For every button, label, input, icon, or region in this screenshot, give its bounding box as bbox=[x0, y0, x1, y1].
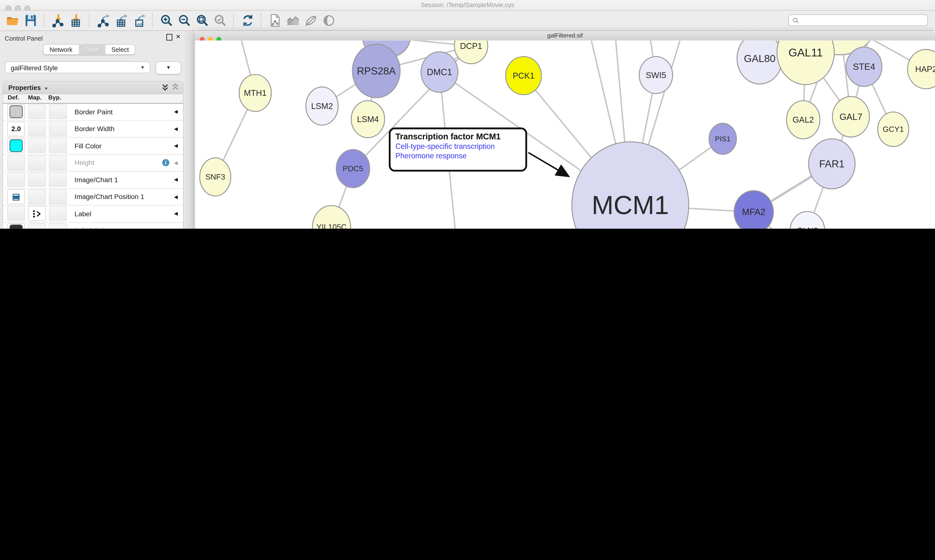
property-row-height[interactable]: Heighti◀ bbox=[3, 155, 183, 172]
property-row-label[interactable]: Label◀ bbox=[3, 206, 183, 223]
panel-splitter[interactable] bbox=[185, 31, 195, 229]
property-cell[interactable] bbox=[28, 189, 46, 204]
property-row-image-chart-1[interactable]: Image/Chart 1◀ bbox=[3, 171, 183, 189]
tab-select[interactable]: Select bbox=[105, 45, 135, 54]
zoom-in-icon[interactable] bbox=[157, 12, 175, 29]
node-RPS28A[interactable]: RPS28A bbox=[352, 44, 400, 98]
node-GAL11[interactable]: GAL11 bbox=[777, 41, 834, 85]
property-cell[interactable]: 2.0 bbox=[7, 122, 25, 136]
expand-row-icon[interactable]: ◀ bbox=[174, 160, 178, 165]
property-row-image-chart-position-1[interactable]: Image/Chart Position 1◀ bbox=[3, 189, 183, 206]
node-HAP2[interactable]: HAP2 bbox=[907, 49, 935, 89]
export-file-icon[interactable] bbox=[266, 12, 284, 29]
zoom-fit-icon[interactable] bbox=[193, 12, 211, 29]
network-window-titlebar[interactable]: galFiltered.sif bbox=[195, 31, 935, 41]
node-MTH1[interactable]: MTH1 bbox=[239, 74, 271, 111]
expand-row-icon[interactable]: ◀ bbox=[174, 211, 178, 217]
property-cell[interactable] bbox=[49, 206, 67, 221]
network-canvas[interactable]: DCP1RPS28ADMC1PCK1GAL80GAL11STE4HAP2SWI5… bbox=[195, 41, 935, 229]
node-LSM4[interactable]: LSM4 bbox=[351, 101, 384, 138]
property-row-fill-color[interactable]: Fill Color◀ bbox=[3, 138, 183, 155]
node-MFA2[interactable]: MFA2 bbox=[734, 191, 774, 229]
property-cell[interactable] bbox=[28, 138, 46, 153]
property-row-label-color[interactable]: Label Color◀ bbox=[3, 223, 183, 229]
property-cell[interactable] bbox=[28, 122, 46, 136]
node-SWI5[interactable]: SWI5 bbox=[639, 57, 673, 94]
import-network-icon[interactable] bbox=[49, 12, 67, 29]
show-details-icon[interactable] bbox=[320, 12, 338, 29]
property-cell[interactable] bbox=[49, 105, 67, 119]
node-CLN3[interactable]: CLN3 bbox=[790, 211, 825, 229]
property-row-border-width[interactable]: 2.0Border Width◀ bbox=[3, 121, 183, 138]
property-cell[interactable] bbox=[7, 155, 25, 170]
hide-details-icon[interactable] bbox=[302, 12, 319, 29]
close-panel-icon[interactable]: ✕ bbox=[176, 33, 181, 40]
node-GCY1[interactable]: GCY1 bbox=[878, 112, 909, 146]
export-table-icon[interactable] bbox=[112, 12, 130, 29]
expand-row-icon[interactable]: ◀ bbox=[174, 194, 178, 200]
expand-row-icon[interactable]: ◀ bbox=[174, 143, 178, 148]
property-cell[interactable] bbox=[49, 138, 67, 153]
properties-header[interactable]: Properties ▾ bbox=[3, 82, 183, 94]
expand-row-icon[interactable]: ◀ bbox=[174, 177, 178, 182]
toolbar-separator bbox=[89, 13, 90, 28]
property-cell[interactable] bbox=[7, 105, 25, 119]
node-FAR1[interactable]: FAR1 bbox=[808, 139, 855, 189]
tab-style[interactable]: Style bbox=[79, 45, 106, 54]
minimize-window-icon[interactable] bbox=[15, 5, 21, 11]
collapse-all-icon[interactable] bbox=[172, 82, 179, 96]
node-SNF3[interactable]: SNF3 bbox=[200, 158, 231, 196]
search-input[interactable] bbox=[788, 14, 928, 26]
float-panel-icon[interactable] bbox=[166, 34, 172, 41]
property-cell[interactable] bbox=[28, 223, 46, 229]
expand-row-icon[interactable]: ◀ bbox=[174, 228, 178, 229]
tab-network[interactable]: Network bbox=[43, 45, 79, 54]
node-PIS1[interactable]: PIS1 bbox=[709, 123, 736, 154]
style-options-button[interactable]: ▼ bbox=[156, 61, 181, 74]
open-folder-icon[interactable] bbox=[4, 12, 22, 29]
property-cell[interactable] bbox=[49, 223, 67, 229]
node-PDC5[interactable]: PDC5 bbox=[336, 149, 370, 188]
info-icon[interactable]: i bbox=[162, 159, 169, 166]
annotation-link[interactable]: Pheromone response bbox=[395, 152, 521, 160]
expand-all-icon[interactable] bbox=[162, 82, 169, 96]
current-style-select[interactable]: galFiltered Style▼ bbox=[5, 61, 150, 73]
node-PCK1[interactable]: PCK1 bbox=[506, 57, 542, 95]
property-cell[interactable] bbox=[7, 223, 25, 229]
node-YIL105C[interactable]: YIL105C bbox=[312, 206, 350, 229]
zoom-window-icon[interactable] bbox=[24, 5, 30, 11]
property-cell[interactable] bbox=[28, 155, 46, 170]
expand-row-icon[interactable]: ◀ bbox=[174, 109, 178, 115]
node-DMC1[interactable]: DMC1 bbox=[421, 52, 458, 92]
node-DCP1[interactable]: DCP1 bbox=[454, 41, 488, 64]
property-cell[interactable] bbox=[7, 206, 25, 221]
property-cell[interactable] bbox=[49, 155, 67, 170]
import-table-icon[interactable] bbox=[67, 12, 85, 29]
annotation-link[interactable]: Cell-type-specific transcription bbox=[395, 142, 521, 151]
expand-row-icon[interactable]: ◀ bbox=[174, 126, 178, 132]
node-GAL80[interactable]: GAL80 bbox=[737, 41, 782, 84]
property-cell[interactable] bbox=[28, 206, 46, 221]
export-image-icon[interactable] bbox=[130, 12, 148, 29]
property-cell[interactable] bbox=[49, 122, 67, 136]
close-window-icon[interactable] bbox=[5, 5, 11, 11]
save-icon[interactable] bbox=[22, 12, 39, 29]
export-network-icon[interactable] bbox=[94, 12, 112, 29]
property-cell[interactable] bbox=[49, 172, 67, 187]
refresh-icon[interactable] bbox=[239, 12, 256, 29]
node-STE4[interactable]: STE4 bbox=[846, 47, 882, 86]
node-LSM2[interactable]: LSM2 bbox=[306, 87, 338, 125]
zoom-selected-icon[interactable] bbox=[211, 12, 229, 29]
node-GAL7[interactable]: GAL7 bbox=[833, 97, 870, 137]
zoom-out-icon[interactable] bbox=[175, 12, 193, 29]
property-cell[interactable] bbox=[49, 189, 67, 204]
node-GAL2[interactable]: GAL2 bbox=[787, 101, 820, 139]
property-cell[interactable] bbox=[28, 172, 46, 187]
property-cell[interactable] bbox=[7, 138, 25, 153]
mcm1-annotation[interactable]: Transcription factor MCM1 Cell-type-spec… bbox=[389, 128, 527, 171]
property-row-border-paint[interactable]: Border Paint◀ bbox=[3, 104, 183, 121]
property-cell[interactable] bbox=[28, 105, 46, 119]
property-cell[interactable] bbox=[7, 172, 25, 187]
houses-icon[interactable] bbox=[284, 12, 302, 29]
property-cell[interactable] bbox=[7, 189, 25, 204]
